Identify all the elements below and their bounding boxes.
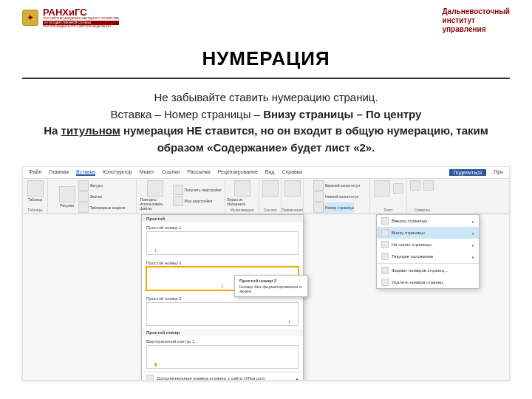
comments-button[interactable]: При (494, 169, 503, 176)
tab-references[interactable]: Ссылки (162, 169, 180, 176)
tab-file[interactable]: Файл (29, 169, 41, 176)
text-line3: На титульном нумерация НЕ ставится, но о… (30, 123, 502, 156)
institute-name: Дальневосточный институт управления (443, 7, 511, 34)
ribbon-group-text: Текст (370, 179, 407, 214)
tab-view[interactable]: Вид (265, 169, 275, 176)
body-text: Не забывайте ставить нумерацию страниц. … (30, 89, 502, 156)
tab-design[interactable]: Конструктор (103, 169, 132, 176)
page-number-menu: Вверху страницы ▸ Внизу страницы ▸ На по… (376, 214, 480, 289)
top-page-icon (381, 217, 389, 225)
header-icon[interactable] (313, 180, 324, 191)
ribbon-group-addins: Повторно использовать файлы Получить над… (137, 179, 225, 214)
shapes-icon[interactable] (78, 180, 89, 191)
chevron-right-icon: ▸ (296, 376, 299, 381)
link-icon[interactable] (262, 180, 279, 197)
logo-sub1: РОССИЙСКАЯ АКАДЕМИЯ НАРОДНОГО ХОЗЯЙСТВА (43, 17, 119, 20)
ribbon-group-media: Видео из Интернета Мультимедиа (225, 179, 259, 214)
my-addins-icon[interactable] (173, 196, 183, 206)
margins-icon (381, 241, 389, 248)
gallery-item-3[interactable]: Простой номер 3 1 (142, 293, 303, 329)
share-button[interactable]: Поделиться (449, 169, 487, 176)
tab-layout[interactable]: Макет (140, 169, 154, 176)
title-rule (22, 78, 510, 79)
table-icon[interactable] (27, 180, 44, 197)
reuse-icon[interactable] (147, 180, 163, 197)
menu-format-numbers[interactable]: Формат номеров страниц... (377, 265, 479, 276)
word-screenshot: Файл Главная Вставка Конструктор Макет С… (22, 166, 510, 381)
textbox-icon[interactable] (374, 180, 390, 197)
tab-insert[interactable]: Вставка (76, 169, 95, 176)
menu-remove-numbers[interactable]: Удалить номера страниц (377, 276, 479, 288)
gallery-item-4[interactable]: Вертикальный контур 1 ▮ (142, 336, 303, 372)
gallery-more-office[interactable]: Дополнительные номера страниц с сайта Of… (142, 372, 303, 381)
office-icon (146, 375, 154, 381)
footer-icon[interactable] (313, 191, 324, 202)
current-pos-icon (381, 253, 389, 260)
document-canvas: Простой Простой номер 1 1 Простой номер … (23, 214, 509, 380)
chevron-right-icon: ▸ (472, 231, 474, 236)
logo-sub3: ПРИ ПРЕЗИДЕНТЕ РОССИЙСКОЙ ФЕДЕРАЦИИ (43, 25, 119, 28)
ribbon-group-illustrations: Рисунки Фигуры Значки Трёхмерные модели … (48, 179, 137, 214)
format-icon (381, 267, 389, 274)
ribbon-tabs: Файл Главная Вставка Конструктор Макет С… (23, 167, 509, 179)
gallery-item-1[interactable]: Простой номер 1 1 (142, 222, 303, 258)
chevron-right-icon: ▸ (472, 242, 474, 248)
text-line2: Вставка – Номер страницы – Внизу страниц… (30, 106, 502, 123)
gallery-section-simple: Простой (142, 215, 303, 222)
menu-bottom-of-page[interactable]: Внизу страницы ▸ (377, 227, 479, 239)
gallery-tooltip: Простой номер 2 Номер без форматирования… (234, 275, 308, 297)
icons-icon[interactable] (78, 191, 89, 202)
models-icon[interactable] (78, 202, 89, 213)
ribbon-group-comments: Примечания (282, 179, 304, 214)
gallery-section-2: Простой номер (142, 329, 303, 336)
tab-home[interactable]: Главная (49, 169, 69, 176)
slide-title: НУМЕРАЦИЯ (0, 47, 532, 70)
menu-current-position[interactable]: Текущее положение ▸ (377, 250, 479, 262)
slide-header: РАНХиГС РОССИЙСКАЯ АКАДЕМИЯ НАРОДНОГО ХО… (0, 0, 532, 34)
tab-review[interactable]: Рецензирование (218, 169, 258, 176)
chevron-right-icon: ▸ (472, 254, 474, 259)
comment-icon[interactable] (284, 180, 301, 197)
menu-page-margins[interactable]: На полях страницы ▸ (377, 239, 479, 250)
symbol-icon[interactable] (423, 180, 434, 191)
tab-mailings[interactable]: Рассылки (187, 169, 210, 176)
ribbon-group-links: Ссылки (259, 179, 282, 214)
text-line1: Не забывайте ставить нумерацию страниц. (30, 89, 502, 106)
pictures-icon[interactable] (59, 186, 75, 202)
page-number-icon[interactable] (313, 202, 324, 213)
equation-icon[interactable] (410, 180, 420, 191)
ribbon-group-tables: Таблица Таблицы (23, 179, 48, 214)
page-number-gallery: Простой Простой номер 1 1 Простой номер … (141, 214, 304, 381)
remove-icon (381, 279, 389, 286)
menu-top-of-page[interactable]: Вверху страницы ▸ (377, 215, 479, 227)
bottom-page-icon (381, 229, 389, 236)
logo-emblem-icon (22, 10, 38, 26)
logo-block: РАНХиГС РОССИЙСКАЯ АКАДЕМИЯ НАРОДНОГО ХО… (22, 7, 119, 28)
video-icon[interactable] (234, 180, 250, 197)
tab-help[interactable]: Справка (282, 169, 301, 176)
wordart-icon[interactable] (393, 183, 403, 194)
chevron-right-icon: ▸ (472, 219, 474, 224)
get-addins-icon[interactable] (173, 185, 183, 195)
ribbon: Таблица Таблицы Рисунки Фигуры Значки Тр… (23, 179, 509, 214)
ribbon-group-headerfooter: Верхний колонтитул Нижний колонтитул Ном… (304, 179, 370, 214)
ribbon-group-symbols: Символы (407, 179, 437, 214)
